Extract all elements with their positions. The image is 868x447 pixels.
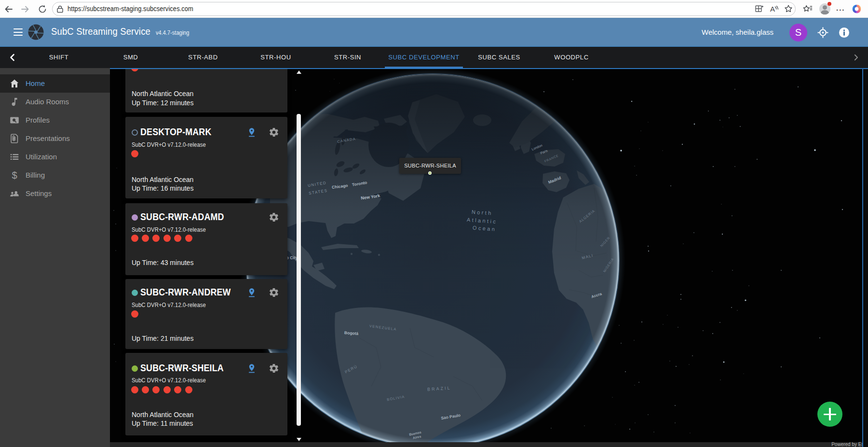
svg-text:A: A	[770, 5, 775, 13]
svg-text:$: $	[12, 170, 17, 181]
svg-text:Bogotá: Bogotá	[344, 330, 359, 336]
